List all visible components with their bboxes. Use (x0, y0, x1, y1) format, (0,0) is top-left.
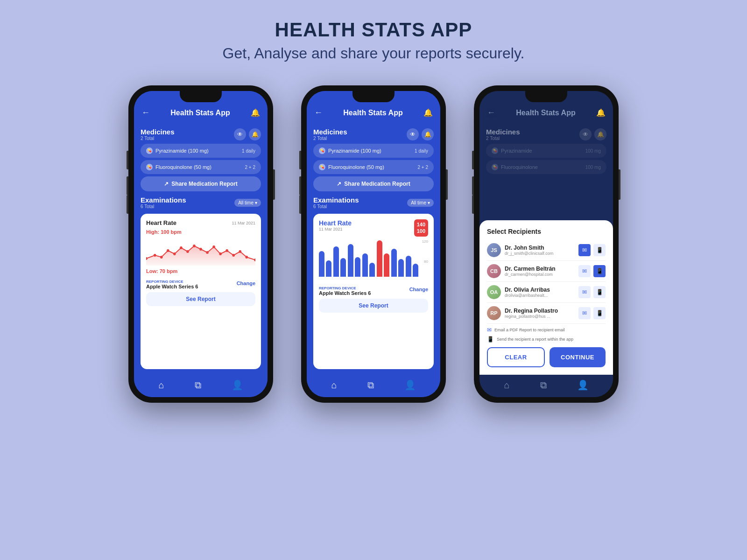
back-arrow-icon[interactable]: ← (141, 108, 150, 118)
phone1-nav: ⌂ ⧉ 👤 (134, 375, 268, 397)
nav-layers-icon-2[interactable]: ⧉ (367, 380, 374, 391)
svg-point-2 (160, 256, 163, 259)
phone1-screen: ← Health Stats App 🔔 Medicines 2 Total 👁 (134, 91, 268, 397)
heart-rate-high: High: 100 bpm (146, 229, 255, 235)
all-time-filter-2[interactable]: All time ▾ (407, 199, 434, 207)
legend-email-icon: ✉ (487, 327, 492, 333)
nav-home-icon-2[interactable]: ⌂ (331, 380, 337, 391)
recipient-row-3[interactable]: OA Dr. Olivia Arribas drolivia@arribashe… (487, 282, 606, 303)
phone2-header: ← Health Stats App 🔔 (307, 91, 440, 122)
med2-dose-2: 2 + 2 (417, 165, 428, 170)
bell-med-icon-2[interactable]: 🔔 (422, 128, 434, 140)
eye-icon[interactable]: 👁 (234, 128, 246, 140)
email-icon-1[interactable]: ✉ (578, 244, 591, 256)
nav-layers-icon[interactable]: ⧉ (195, 380, 201, 391)
back-arrow-icon-3[interactable]: ← (487, 108, 495, 118)
email-icon-4[interactable]: ✉ (578, 307, 591, 319)
bar-group-5 (377, 240, 389, 277)
recipient-row-2[interactable]: CB Dr. Carmen Beltrán dr_carmen@hospital… (487, 261, 606, 282)
change-device-link-2[interactable]: Change (409, 287, 428, 292)
device-name-2: Apple Watch Series 6 (319, 290, 371, 296)
phone3-header: ← Health Stats App 🔔 (479, 91, 613, 122)
svg-point-1 (154, 254, 156, 257)
bar-group-7 (406, 256, 418, 277)
medicine-pill-1[interactable]: 💊 Pyrazinamide (100 mg) 1 daily (141, 144, 261, 158)
share-btn-label: Share Medication Report (171, 181, 237, 187)
nav-person-icon-3[interactable]: 👤 (577, 379, 589, 391)
recipient-email-2: dr_carmen@hospital.com (505, 272, 556, 277)
bell-icon-2[interactable]: 🔔 (423, 108, 433, 117)
share-icon-2: ↗ (337, 181, 341, 187)
email-icon-3[interactable]: ✉ (578, 286, 591, 298)
medicine-pill-4[interactable]: 💊 Fluoroquinolone (50 mg) 2 + 2 (313, 160, 434, 174)
examinations-header: Examinations 6 Total All time ▾ (141, 196, 261, 209)
bell-icon-3[interactable]: 🔔 (596, 108, 606, 117)
share-btn-label-2: Share Medication Report (344, 181, 410, 187)
clear-button[interactable]: CLEAR (487, 347, 545, 367)
recipient-email-3: drolivia@arribashealt... (505, 293, 550, 298)
nav-home-icon[interactable]: ⌂ (158, 380, 164, 391)
med2-name-3: Fluoroquinolone (501, 164, 538, 170)
medicine-pill-2[interactable]: 💊 Fluoroquinolone (50 mg) 2 + 2 (141, 160, 261, 174)
modal-title: Select Recipients (487, 228, 606, 235)
medicines-section-3: Medicines 2 Total 👁 🔔 💊 Pyrazin (486, 128, 606, 176)
change-device-link[interactable]: Change (237, 280, 255, 286)
phone1-content: Medicines 2 Total 👁 🔔 💊 Pyrazinamide (10… (134, 122, 268, 375)
nav-layers-icon-3[interactable]: ⧉ (540, 380, 547, 391)
nav-person-icon-2[interactable]: 👤 (404, 379, 416, 391)
app-icon-2[interactable]: 📱 (593, 265, 606, 277)
legend-row-1: ✉ Email a PDF Report to recipient email (487, 327, 606, 333)
heart-rate-title-1: Heart Rate (146, 219, 176, 226)
eye-icon-3: 👁 (579, 128, 592, 140)
app-icon-1[interactable]: 📱 (593, 244, 606, 256)
all-time-filter[interactable]: All time ▾ (234, 199, 261, 207)
continue-button[interactable]: CONTINUE (550, 347, 606, 367)
recipient-row-4[interactable]: RP Dr. Regina Pollastro regina_pollastro… (487, 303, 606, 324)
phone2-content: Medicines 2 Total 👁 🔔 💊 Pyrazinamide (10… (307, 122, 440, 375)
medicines-title-3: Medicines (486, 128, 520, 136)
share-medication-btn-1[interactable]: ↗ Share Medication Report (141, 176, 261, 191)
bell-med-icon-3: 🔔 (594, 128, 606, 140)
nav-home-icon-3[interactable]: ⌂ (504, 380, 509, 391)
eye-icon-2[interactable]: 👁 (407, 128, 419, 140)
bar-group-1 (319, 251, 331, 277)
phone3-content: Medicines 2 Total 👁 🔔 💊 Pyrazin (479, 122, 613, 375)
bar-chart-title: Heart Rate (319, 219, 352, 227)
app-icon-3[interactable]: 📱 (593, 286, 606, 298)
phone3-screen: ← Health Stats App 🔔 Medicines 2 Total (479, 91, 613, 397)
svg-point-10 (212, 245, 215, 248)
share-medication-btn-2[interactable]: ↗ Share Medication Report (313, 176, 434, 191)
examinations-title-2: Examinations (313, 196, 359, 204)
svg-point-8 (199, 248, 202, 251)
bar-group-4 (362, 253, 375, 277)
medicines-section-2: Medicines 2 Total 👁 🔔 💊 Pyrazinamide (10… (313, 128, 434, 191)
see-report-link-2[interactable]: See Report (319, 299, 428, 313)
bar-chart-date: 11 Mar 2021 (319, 227, 352, 231)
see-report-link-1[interactable]: See Report (146, 292, 255, 306)
app-icon-4[interactable]: 📱 (593, 307, 606, 319)
heart-rate-low: Low: 70 bpm (146, 268, 255, 274)
bell-med-icon[interactable]: 🔔 (249, 128, 261, 140)
svg-point-4 (173, 252, 176, 255)
medicines-section: Medicines 2 Total 👁 🔔 💊 Pyrazinamide (10… (141, 128, 261, 191)
svg-point-3 (167, 249, 169, 252)
med1-name: Pyrazinamide (100 mg) (155, 148, 209, 154)
nav-person-icon[interactable]: 👤 (232, 379, 243, 391)
avatar-3: OA (487, 285, 501, 299)
device-name: Apple Watch Series 6 (146, 284, 198, 289)
back-arrow-icon-2[interactable]: ← (314, 108, 323, 118)
phone3: ← Health Stats App 🔔 Medicines 2 Total (474, 85, 619, 403)
examinations-section: Examinations 6 Total All time ▾ (141, 196, 261, 209)
medicine-pill-5: 💊 Pyrazinamide 100 mg (486, 144, 606, 158)
medicines-header: Medicines 2 Total 👁 🔔 (141, 128, 261, 141)
svg-point-12 (226, 249, 228, 252)
main-title: HEALTH STATS APP (223, 19, 525, 41)
recipient-row-1[interactable]: JS Dr. John Smith dr_j_smith@clinicsalf.… (487, 240, 606, 261)
reporting-label: REPORTING DEVICE (146, 280, 198, 284)
medicine-pill-3[interactable]: 💊 Pyrazinamide (100 mg) 1 daily (313, 144, 434, 158)
email-icon-2[interactable]: ✉ (578, 265, 591, 277)
phone1: ← Health Stats App 🔔 Medicines 2 Total 👁 (128, 85, 273, 403)
bell-icon[interactable]: 🔔 (251, 108, 260, 117)
avatar-1: JS (487, 243, 501, 257)
header: HEALTH STATS APP Get, Analyse and share … (223, 19, 525, 62)
